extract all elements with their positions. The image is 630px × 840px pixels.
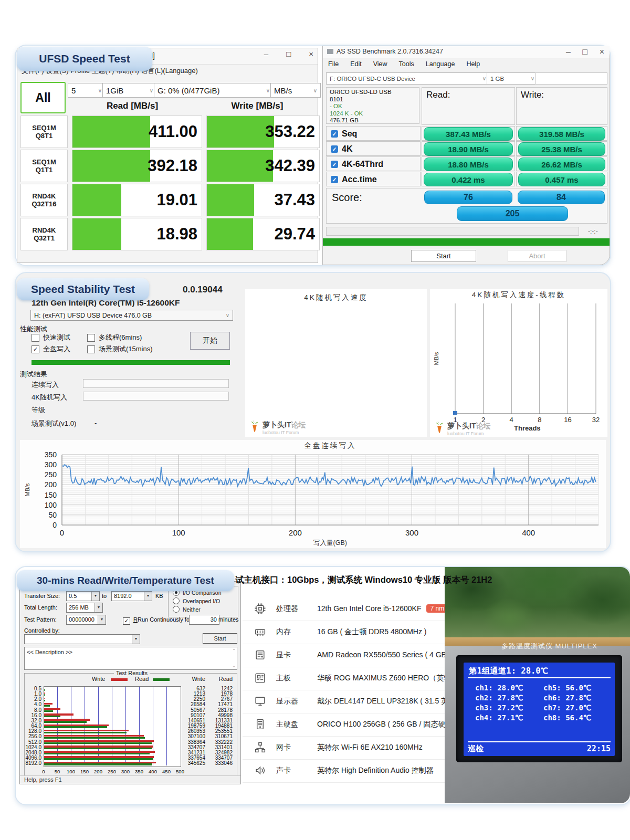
read-result-cell: 392.18 xyxy=(72,150,202,182)
checkbox-checked-icon[interactable]: ✓ xyxy=(32,345,39,353)
checkbox-checked-icon[interactable]: ✓ xyxy=(331,161,338,168)
asssd-drive-select[interactable]: F: ORICO UFSD-C USB Device∨ xyxy=(326,72,490,85)
score-total-pill: 205 xyxy=(457,206,568,221)
minutes-input[interactable]: 30 xyxy=(189,615,219,625)
read-bar xyxy=(72,218,121,250)
spec-row-ram: 内存16 GB ( 金士顿 DDR5 4800MHz ) xyxy=(243,621,445,644)
menu-item-help[interactable]: Help xyxy=(466,60,480,68)
maximize-icon[interactable]: □ xyxy=(582,47,587,57)
asssd-titlebar[interactable]: AS SSD Benchmark 2.0.7316.34247 – □ × xyxy=(323,46,610,58)
close-icon[interactable]: × xyxy=(600,47,604,57)
close-icon[interactable]: × xyxy=(309,49,313,58)
asssd-menubar: FileEditViewToolsLanguageHelp xyxy=(328,60,480,68)
menu-item-view[interactable]: View xyxy=(373,60,387,68)
cdm-all-button[interactable]: All xyxy=(20,82,66,113)
chevron-down-icon[interactable]: ▼ xyxy=(94,603,102,612)
run-continuously-checkbox[interactable]: ✓RRun Continuously for: xyxy=(123,616,193,625)
transfer-from-select[interactable]: 0.5▼ xyxy=(66,591,100,601)
test-pattern-select[interactable]: 00000000▼ xyxy=(66,615,106,625)
controlled-by-select[interactable]: ▼ xyxy=(24,634,140,644)
channel-temp: ch2: 27.8℃ xyxy=(475,694,523,702)
svg-text:0: 0 xyxy=(52,521,57,529)
cdm-size-select[interactable]: 1GiB∨ xyxy=(102,83,157,98)
spec-value: ORICO H100 256GB ( 256 GB / 固态硬盘 ) xyxy=(317,720,457,729)
asssd-size-select[interactable]: 1 GB∨ xyxy=(487,72,538,85)
stability-drive-select[interactable]: H: (exFAT) UFSD USB Device 476.0 GB∨ xyxy=(30,310,233,321)
asssd-abort-button[interactable]: Abort xyxy=(508,250,566,262)
radio-option[interactable]: Overlapped I/O xyxy=(173,597,220,604)
chevron-down-icon[interactable]: ▼ xyxy=(98,615,106,624)
scene-test-value: - xyxy=(94,419,97,427)
stability-checkbox[interactable]: 快速测试 xyxy=(32,333,70,342)
radio-icon[interactable] xyxy=(173,597,180,604)
asssd-device-info: ORICO UFSD-LD USB 8101 - OK 1024 K - OK … xyxy=(326,87,419,124)
total-length-select[interactable]: 256 MB▼ xyxy=(66,603,103,613)
carrot-icon xyxy=(249,420,260,433)
spec-label: 显卡 xyxy=(276,650,291,660)
cdm-drive-select[interactable]: G: 0% (0/477GiB)∨ xyxy=(154,83,274,98)
write-cell: 319.58 MB/s xyxy=(516,126,607,141)
menu-item-language[interactable]: Language xyxy=(426,60,455,68)
chevron-down-icon: ∨ xyxy=(531,76,534,81)
minimize-icon[interactable]: – xyxy=(264,49,268,58)
device-status2: 1024 K - OK xyxy=(330,110,416,118)
menu-item-tools[interactable]: Tools xyxy=(399,60,414,68)
row-label: ✓4K-64Thrd xyxy=(331,160,383,169)
chevron-down-icon[interactable]: ▼ xyxy=(144,592,152,601)
checkbox-checked-icon[interactable]: ✓ xyxy=(331,176,338,183)
checkbox-checked-icon[interactable]: ✓ xyxy=(331,130,338,138)
cdm-count-select[interactable]: 5∨ xyxy=(68,83,106,98)
threads-chart: 4K随机写入速度-线程数12481632MB/s xyxy=(430,289,607,426)
read-bar xyxy=(72,116,150,148)
chevron-down-icon[interactable]: ▼ xyxy=(91,592,99,601)
threads-axis-label: Threads xyxy=(514,424,541,432)
section3-badge-label: 30-mins Read/Write/Temperature Test xyxy=(37,575,214,586)
speed-stability-card: Speed Stability Test 0.0.19044 12th Gen … xyxy=(15,272,611,552)
kb-label: KB xyxy=(155,593,163,599)
transfer-to-select[interactable]: 8192.0▼ xyxy=(111,591,152,601)
cdm-all-label: All xyxy=(35,91,50,105)
radio-icon[interactable] xyxy=(173,606,180,613)
scroll-up-icon[interactable]: ⌃ xyxy=(232,648,236,653)
stability-start-button[interactable]: 开始 xyxy=(190,332,230,350)
menu-item-file[interactable]: File xyxy=(328,60,339,68)
threads-chart-panel: 4K随机写入速度-线程数12481632MB/s 萝卜头IT论坛luobotou… xyxy=(430,289,607,437)
rnd-write-field[interactable] xyxy=(83,392,229,401)
read-bar xyxy=(44,737,145,739)
section1-badge: UFSD Speed Test xyxy=(17,47,152,71)
stability-checkbox[interactable]: 场景测试(15mins) xyxy=(87,344,153,354)
stability-checkbox[interactable]: ✓全盘写入 xyxy=(32,344,70,354)
checkbox-unchecked-icon[interactable] xyxy=(87,334,95,342)
score-write-pill: 84 xyxy=(518,191,605,204)
cdm-unit-select[interactable]: MB/s∨ xyxy=(270,83,321,98)
row-label: ✓Seq xyxy=(331,129,357,139)
stability-checkbox[interactable]: 多线程(6mins) xyxy=(87,333,142,342)
checkbox-checked-icon[interactable]: ✓ xyxy=(331,145,338,153)
checkbox-unchecked-icon[interactable] xyxy=(87,345,95,353)
minimize-icon[interactable]: – xyxy=(566,47,571,57)
chevron-down-icon[interactable]: ▼ xyxy=(132,635,140,644)
test-results-group: Test Results WriteReadWriteRead050100150… xyxy=(24,673,237,777)
atto-start-button[interactable]: Start xyxy=(203,633,237,644)
svg-text:50: 50 xyxy=(48,511,57,519)
radio-option[interactable]: Neither xyxy=(173,606,201,613)
stability-progress-bar xyxy=(32,360,230,365)
chevron-down-icon: ∨ xyxy=(313,88,317,93)
read-value-pill: 18.80 MB/s xyxy=(424,158,513,171)
checkbox-unchecked-icon[interactable] xyxy=(32,334,39,342)
read-value: 411.00 xyxy=(149,122,197,141)
app-icon xyxy=(327,49,333,54)
svg-text:200: 200 xyxy=(289,528,302,537)
scroll-down-icon[interactable]: ⌄ xyxy=(232,664,236,668)
maximize-icon[interactable]: □ xyxy=(286,49,291,58)
channel-temp: ch1: 28.0℃ xyxy=(475,684,523,692)
asssd-start-button[interactable]: Start xyxy=(411,250,476,262)
seq-write-field[interactable] xyxy=(83,379,229,388)
table-row: RND4KQ32T1619.0137.43 xyxy=(20,184,320,216)
channel-temp: ch6: 27.8℃ xyxy=(543,694,592,702)
menu-item-edit[interactable]: Edit xyxy=(350,60,362,68)
channel-temp: ch8: 56.4℃ xyxy=(543,713,592,722)
checkbox-checked-icon[interactable]: ✓ xyxy=(123,617,130,625)
x-tick-label: 250 xyxy=(106,769,118,774)
description-box[interactable]: << Description >> ⌃ ⌄ xyxy=(24,647,237,670)
